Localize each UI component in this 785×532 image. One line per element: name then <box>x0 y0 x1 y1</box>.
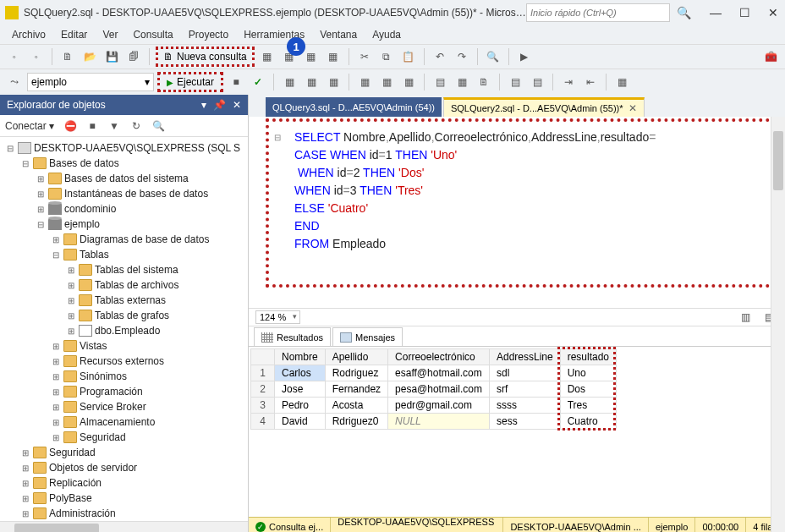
start-icon[interactable]: ▶ <box>515 47 534 66</box>
tree-expander-icon[interactable]: ⊞ <box>51 235 61 244</box>
tree-expander-icon[interactable]: ⊞ <box>20 479 30 488</box>
tree-expander-icon[interactable]: ⊞ <box>66 281 76 290</box>
query-options-icon[interactable]: ▦ <box>302 73 321 91</box>
tree-node[interactable]: ⊟Tablas <box>0 247 248 262</box>
table-row[interactable]: 1CarlosRodriguezesaff@hotmail.comsdlUno <box>251 365 617 381</box>
menu-ventana[interactable]: Ventana <box>313 27 364 42</box>
database-selector[interactable]: ejemplo ▾ <box>27 73 154 91</box>
tree-node[interactable]: ⊞PolyBase <box>0 491 248 506</box>
table-cell[interactable]: sdl <box>489 365 560 381</box>
table-cell[interactable]: Pedro <box>275 398 326 414</box>
table-cell[interactable]: Carlos <box>275 365 326 381</box>
table-cell[interactable]: pedr@gmail.com <box>388 398 490 414</box>
disconnect-icon[interactable]: ⛔ <box>61 117 80 135</box>
search-icon[interactable]: 🔍 <box>675 4 692 21</box>
save-icon[interactable]: 💾 <box>102 47 121 66</box>
tree-node[interactable]: ⊞Service Broker <box>0 399 248 414</box>
zoom-selector[interactable]: 124 % <box>255 310 300 324</box>
tree-node[interactable]: ⊞Tablas del sistema <box>0 262 248 277</box>
tab-query2[interactable]: SQLQuery2.sql - D...AE5VQ\Admin (55))* ✕ <box>443 97 645 117</box>
chevron-down-icon[interactable]: ▾ <box>201 99 206 111</box>
indent-icon[interactable]: ⇥ <box>559 73 578 91</box>
column-header[interactable]: AddressLine <box>489 349 560 365</box>
tree-node[interactable]: ⊞Seguridad <box>0 445 248 460</box>
tree-expander-icon[interactable]: ⊞ <box>20 448 30 458</box>
column-header[interactable] <box>251 349 275 365</box>
open-icon[interactable]: 📂 <box>80 47 99 66</box>
tab-mensajes[interactable]: Mensajes <box>332 327 403 346</box>
table-cell[interactable]: ssss <box>489 398 560 414</box>
close-button[interactable]: ✕ <box>766 6 780 19</box>
scrollbar-horizontal[interactable] <box>0 521 248 532</box>
tree-expander-icon[interactable]: ⊞ <box>51 387 61 397</box>
collapse-icon[interactable]: ⊟ <box>269 129 289 146</box>
results-text-icon[interactable]: ▤ <box>431 73 449 91</box>
close-panel-icon[interactable]: ✕ <box>233 99 241 111</box>
menu-proyecto[interactable]: Proyecto <box>182 27 235 42</box>
tree-node[interactable]: ⊟DESKTOP-UAAE5VQ\SQLEXPRESS (SQL S <box>0 140 248 156</box>
tree-node[interactable]: ⊞Diagramas de base de datos <box>0 232 248 247</box>
uncomment-icon[interactable]: ▤ <box>528 73 546 91</box>
tree-node[interactable]: ⊞Seguridad <box>0 430 248 445</box>
tree-expander-icon[interactable]: ⊞ <box>51 418 61 427</box>
menu-archivo[interactable]: Archivo <box>5 27 52 42</box>
tree-node[interactable]: ⊞Programación <box>0 384 248 399</box>
find-icon[interactable]: 🔍 <box>484 47 502 66</box>
tree-expander-icon[interactable]: ⊞ <box>51 372 61 381</box>
include-plan-icon[interactable]: ▦ <box>355 73 374 91</box>
copy-icon[interactable]: ⧉ <box>377 47 396 66</box>
table-cell[interactable]: Rodriguez <box>325 365 387 381</box>
tree-node[interactable]: ⊞Instantáneas de bases de datos <box>0 186 248 201</box>
search-tree-icon[interactable]: 🔍 <box>149 117 167 135</box>
change-connection-icon[interactable]: ⤳ <box>5 73 24 91</box>
tree-expander-icon[interactable]: ⊟ <box>5 144 15 153</box>
stop-icon[interactable]: ■ <box>227 73 245 91</box>
sql-editor[interactable]: ⊟ SELECT Nombre,Apellido,Correoelectróni… <box>266 118 777 288</box>
tree-expander-icon[interactable]: ⊟ <box>20 159 30 168</box>
tree-expander-icon[interactable]: ⊞ <box>20 463 30 473</box>
cut-icon[interactable]: ✂ <box>355 47 374 66</box>
tree-node[interactable]: ⊞Tablas de grafos <box>0 308 248 323</box>
tree-node[interactable]: ⊞Almacenamiento <box>0 414 248 430</box>
specify-values-icon[interactable]: ▦ <box>612 73 631 91</box>
table-cell[interactable]: 1 <box>251 365 275 381</box>
tree-expander-icon[interactable]: ⊞ <box>20 494 30 503</box>
tree-expander-icon[interactable]: ⊞ <box>51 403 61 412</box>
live-stats-icon[interactable]: ▦ <box>377 73 396 91</box>
table-cell[interactable]: sess <box>489 414 560 430</box>
parse-icon[interactable]: ✓ <box>249 73 267 91</box>
table-cell[interactable]: Tres <box>560 398 616 414</box>
menu-editar[interactable]: Editar <box>54 27 94 42</box>
save-all-icon[interactable]: 🗐 <box>124 47 143 66</box>
table-row[interactable]: 3PedroAcostapedr@gmail.comssssTres <box>251 398 617 414</box>
menu-ver[interactable]: Ver <box>96 27 124 42</box>
comment-icon[interactable]: ▤ <box>506 73 524 91</box>
dax-icon[interactable]: ▦ <box>324 47 343 66</box>
menu-consulta[interactable]: Consulta <box>126 27 179 42</box>
tree-node[interactable]: ⊞Objetos de servidor <box>0 460 248 475</box>
table-row[interactable]: 4DavidRdriguez0NULLsessCuatro <box>251 414 617 430</box>
tree-node[interactable]: ⊟Bases de datos <box>0 156 248 171</box>
table-cell[interactable]: David <box>275 414 326 430</box>
client-stats-icon[interactable]: ▦ <box>399 73 418 91</box>
outdent-icon[interactable]: ⇤ <box>581 73 600 91</box>
tree-node[interactable]: ⊞dbo.Empleado <box>0 323 248 338</box>
tab-close-icon[interactable]: ✕ <box>629 102 637 114</box>
mdx-icon[interactable]: ▦ <box>258 47 277 66</box>
tree-expander-icon[interactable]: ⊞ <box>36 174 46 184</box>
tree-node[interactable]: ⊞Administración <box>0 506 248 521</box>
toolbox-icon[interactable]: 🧰 <box>761 47 780 66</box>
stop-icon[interactable]: ■ <box>83 117 102 135</box>
intellisense-icon[interactable]: ▦ <box>324 73 343 91</box>
column-header[interactable]: resultado <box>560 349 616 365</box>
tree-expander-icon[interactable]: ⊞ <box>36 189 46 199</box>
tree-expander-icon[interactable]: ⊞ <box>36 205 46 214</box>
tree-node[interactable]: ⊞condominio <box>0 201 248 217</box>
tree-expander-icon[interactable]: ⊞ <box>66 326 76 336</box>
filter-icon[interactable]: ▼ <box>105 117 124 135</box>
table-cell[interactable]: srf <box>489 381 560 398</box>
table-row[interactable]: 2JoseFernandezpesa@hotmail.comsrfDos <box>251 381 617 398</box>
menu-ayuda[interactable]: Ayuda <box>365 27 408 42</box>
table-cell[interactable]: esaff@hotmail.com <box>388 365 490 381</box>
paste-icon[interactable]: 📋 <box>399 47 418 66</box>
